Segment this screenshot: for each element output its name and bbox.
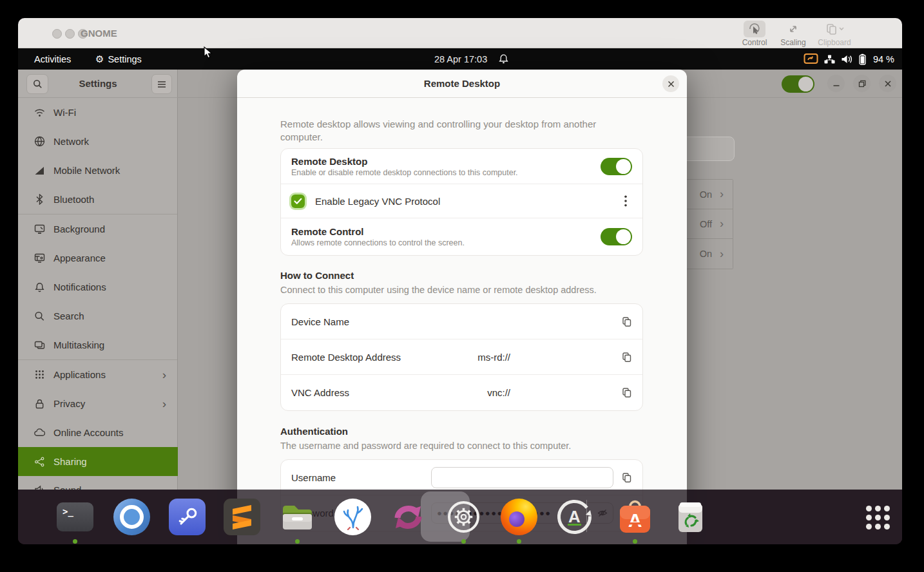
running-dot — [461, 539, 466, 544]
sidebar-item-search[interactable]: Search — [18, 301, 178, 330]
activities-button[interactable]: Activities — [34, 48, 71, 70]
vnc-address-value: vnc:// — [487, 387, 510, 398]
dock-firefox-icon[interactable] — [501, 499, 537, 535]
copy-icon[interactable] — [621, 387, 632, 398]
remote-desktop-toggle[interactable] — [601, 158, 632, 175]
wifi-icon — [34, 108, 45, 117]
sidebar-item-multitasking[interactable]: Multitasking — [18, 330, 178, 359]
remote-control-subtitle: Allows remote connections to control the… — [291, 238, 465, 247]
chevron-right-icon: › — [720, 247, 724, 261]
remote-desktop-dialog: Remote Desktop Remote desktop allows vie… — [237, 70, 687, 544]
copy-icon[interactable] — [621, 472, 632, 483]
gnome-topbar: Activities ⚙ Settings 28 Apr 17:03 94 % — [18, 48, 902, 70]
dock-keys-icon[interactable] — [169, 499, 206, 535]
dock-chromium-icon[interactable] — [113, 499, 150, 535]
clock-button[interactable]: 28 Apr 17:03 — [434, 48, 508, 70]
volume-icon[interactable] — [841, 48, 853, 70]
pointer-control-icon — [744, 21, 765, 37]
sidebar-item-sound[interactable]: Sound — [18, 475, 178, 490]
remote-desktop-title: Remote Desktop — [291, 156, 518, 167]
traffic-close-button[interactable] — [52, 29, 62, 39]
remote-desktop-card: Remote Desktop Enable or disable remote … — [280, 148, 643, 256]
minimize-button[interactable] — [827, 75, 845, 92]
gear-icon: ⚙ — [95, 53, 104, 65]
dock-trash-icon[interactable] — [672, 499, 709, 535]
scaling-toolbar-button[interactable]: Scaling — [775, 21, 812, 47]
vm-titlebar: GNOME Control Scaling Clipboard — [18, 18, 902, 48]
device-name-row: Device Name — [281, 304, 642, 339]
sidebar-item-appearance[interactable]: Appearance — [18, 243, 178, 272]
chevron-right-icon: › — [162, 368, 178, 381]
scaling-icon — [775, 21, 812, 37]
sidebar-item-background[interactable]: Background — [18, 214, 178, 243]
clipboard-toolbar-button[interactable]: Clipboard — [816, 21, 853, 47]
restore-icon — [858, 80, 866, 88]
control-toolbar-button[interactable]: Control — [736, 21, 773, 47]
globe-icon — [34, 136, 45, 147]
screenshare-indicator-icon[interactable] — [804, 48, 818, 70]
sidebar-item-sharing[interactable]: Sharing — [18, 447, 178, 476]
battery-icon[interactable] — [859, 48, 866, 70]
remote-control-toggle[interactable] — [601, 228, 632, 245]
authentication-heading: Authentication — [280, 426, 348, 437]
clipboard-icon — [816, 21, 853, 37]
sidebar-item-wifi[interactable]: Wi-Fi — [18, 98, 178, 127]
grid-icon — [34, 370, 45, 379]
chevron-right-icon: › — [162, 397, 178, 410]
dock-updater-icon[interactable]: A — [556, 499, 593, 535]
maximize-button[interactable] — [853, 75, 871, 92]
dock-sublime-icon[interactable] — [224, 499, 260, 535]
username-input[interactable] — [431, 467, 613, 488]
magnifier-icon — [34, 311, 45, 321]
sidebar-item-online-accounts[interactable]: Online Accounts — [18, 418, 178, 447]
how-to-connect-heading: How to Connect — [280, 270, 354, 281]
dialog-description: Remote desktop allows viewing and contro… — [280, 118, 612, 144]
sidebar-item-privacy[interactable]: Privacy › — [18, 389, 178, 418]
menu-button[interactable] — [151, 74, 172, 94]
authentication-subtitle: The username and password are required t… — [280, 441, 571, 451]
chevron-right-icon: › — [720, 187, 724, 201]
kebab-menu-icon[interactable] — [624, 195, 627, 207]
dock-terminal-icon[interactable]: >_ — [57, 499, 93, 535]
desktop: Settings On› Off› On› — [18, 70, 902, 544]
chevron-right-icon: › — [720, 217, 724, 231]
legacy-vnc-checkbox[interactable] — [291, 195, 305, 208]
sidebar-item-network[interactable]: Network — [18, 127, 178, 156]
dock-settings-icon[interactable] — [445, 499, 482, 535]
cloud-icon — [34, 428, 45, 437]
sidebar-item-applications[interactable]: Applications › — [18, 360, 178, 389]
minimize-icon — [833, 80, 840, 88]
dialog-close-button[interactable] — [662, 75, 679, 92]
windows-icon — [34, 341, 45, 350]
running-dot — [517, 539, 521, 544]
appearance-icon — [34, 253, 45, 263]
remote-control-title: Remote Control — [291, 226, 465, 237]
dialog-header: Remote Desktop — [237, 70, 687, 98]
show-apps-button[interactable] — [864, 504, 891, 531]
traffic-minimize-button[interactable] — [65, 29, 75, 39]
legacy-vnc-row: Enable Legacy VNC Protocol — [281, 184, 642, 218]
how-to-connect-subtitle: Connect to this computer using the devic… — [280, 285, 597, 295]
dock-coral-icon[interactable] — [334, 499, 371, 535]
svg-text:A: A — [568, 507, 581, 526]
sidebar-item-notifications[interactable]: Notifications — [18, 272, 178, 301]
close-window-button[interactable] — [879, 75, 896, 92]
dock-files-icon[interactable] — [279, 499, 316, 535]
dock-sync-icon[interactable] — [390, 499, 427, 535]
sidebar-item-mobile-network[interactable]: Mobile Network — [18, 156, 178, 185]
network-icon[interactable] — [824, 48, 835, 70]
dock-appcenter-icon[interactable]: A — [617, 499, 653, 535]
how-to-connect-card: Device Name Remote Desktop Address ms-rd… — [280, 303, 643, 411]
rdp-address-row: Remote Desktop Address ms-rd:// — [281, 339, 642, 375]
bell-icon — [499, 53, 508, 64]
copy-icon[interactable] — [621, 316, 632, 327]
sharing-master-toggle[interactable] — [782, 75, 814, 93]
bell-icon — [34, 282, 45, 292]
monitor-icon — [34, 224, 45, 234]
focused-app-menu[interactable]: ⚙ Settings — [95, 48, 142, 70]
copy-icon[interactable] — [621, 352, 632, 363]
svg-text:A: A — [628, 510, 642, 531]
sidebar-item-bluetooth[interactable]: Bluetooth — [18, 185, 178, 214]
vm-window: GNOME Control Scaling Clipboard Activiti… — [18, 18, 902, 544]
vm-window-title: GNOME — [81, 28, 117, 39]
